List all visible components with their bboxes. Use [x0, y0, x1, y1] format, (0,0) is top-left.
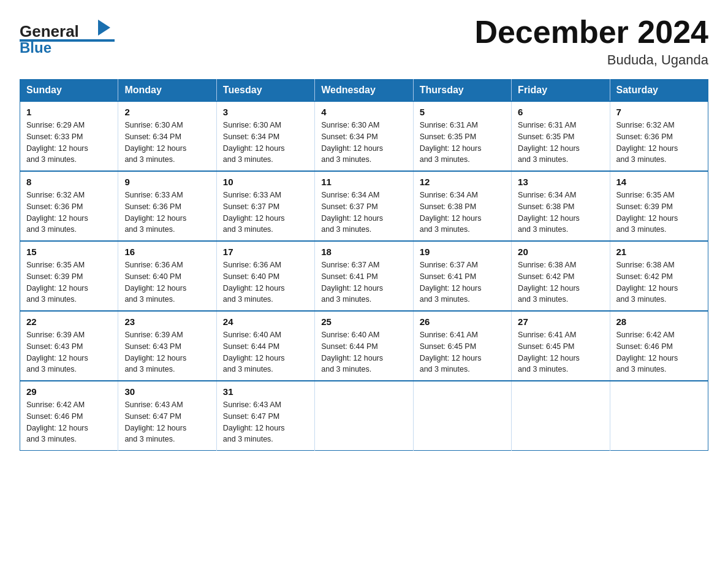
day-info: Sunrise: 6:31 AM Sunset: 6:35 PM Dayligh…: [420, 120, 505, 166]
day-info: Sunrise: 6:29 AM Sunset: 6:33 PM Dayligh…: [26, 120, 112, 166]
day-cell: 3 Sunrise: 6:30 AM Sunset: 6:34 PM Dayli…: [216, 101, 314, 171]
day-number: 7: [616, 107, 702, 117]
day-info: Sunrise: 6:39 AM Sunset: 6:43 PM Dayligh…: [124, 329, 210, 375]
day-cell: 28 Sunrise: 6:42 AM Sunset: 6:46 PM Dayl…: [610, 311, 708, 381]
day-cell: 12 Sunrise: 6:34 AM Sunset: 6:38 PM Dayl…: [413, 171, 511, 241]
day-number: 27: [518, 316, 603, 327]
day-number: 8: [26, 177, 112, 187]
day-info: Sunrise: 6:31 AM Sunset: 6:35 PM Dayligh…: [518, 120, 603, 166]
day-number: 23: [124, 316, 210, 327]
svg-marker-1: [98, 20, 110, 36]
day-info: Sunrise: 6:43 AM Sunset: 6:47 PM Dayligh…: [223, 399, 308, 445]
day-cell: 25 Sunrise: 6:40 AM Sunset: 6:44 PM Dayl…: [315, 311, 413, 381]
day-info: Sunrise: 6:42 AM Sunset: 6:46 PM Dayligh…: [616, 329, 702, 375]
day-number: 11: [321, 177, 406, 187]
day-number: 15: [26, 247, 112, 257]
day-cell: [512, 381, 610, 451]
day-number: 24: [223, 316, 308, 327]
day-info: Sunrise: 6:35 AM Sunset: 6:39 PM Dayligh…: [26, 259, 112, 305]
day-cell: 30 Sunrise: 6:43 AM Sunset: 6:47 PM Dayl…: [118, 381, 216, 451]
day-info: Sunrise: 6:30 AM Sunset: 6:34 PM Dayligh…: [124, 120, 210, 166]
calendar-header: Sunday Monday Tuesday Wednesday Thursday…: [20, 80, 708, 102]
day-number: 12: [420, 177, 505, 187]
day-number: 20: [518, 247, 603, 257]
header-monday: Monday: [118, 80, 216, 102]
day-cell: 27 Sunrise: 6:41 AM Sunset: 6:45 PM Dayl…: [512, 311, 610, 381]
day-number: 25: [321, 316, 406, 327]
day-number: 26: [420, 316, 505, 327]
day-number: 10: [223, 177, 308, 187]
day-cell: 10 Sunrise: 6:33 AM Sunset: 6:37 PM Dayl…: [216, 171, 314, 241]
header-tuesday: Tuesday: [216, 80, 314, 102]
weekday-header-row: Sunday Monday Tuesday Wednesday Thursday…: [20, 80, 708, 102]
day-number: 28: [616, 316, 702, 327]
day-info: Sunrise: 6:32 AM Sunset: 6:36 PM Dayligh…: [26, 190, 112, 236]
calendar-subtitle: Bududa, Uganda: [474, 52, 708, 68]
day-number: 9: [124, 177, 210, 187]
week-row-5: 29 Sunrise: 6:42 AM Sunset: 6:46 PM Dayl…: [20, 381, 708, 451]
header-saturday: Saturday: [610, 80, 708, 102]
day-number: 2: [124, 107, 210, 117]
day-info: Sunrise: 6:30 AM Sunset: 6:34 PM Dayligh…: [321, 120, 406, 166]
day-info: Sunrise: 6:38 AM Sunset: 6:42 PM Dayligh…: [518, 259, 603, 305]
header-sunday: Sunday: [20, 80, 118, 102]
day-number: 19: [420, 247, 505, 257]
header-friday: Friday: [512, 80, 610, 102]
day-cell: 2 Sunrise: 6:30 AM Sunset: 6:34 PM Dayli…: [118, 101, 216, 171]
calendar-table: Sunday Monday Tuesday Wednesday Thursday…: [20, 79, 708, 451]
day-info: Sunrise: 6:36 AM Sunset: 6:40 PM Dayligh…: [124, 259, 210, 305]
day-cell: 14 Sunrise: 6:35 AM Sunset: 6:39 PM Dayl…: [610, 171, 708, 241]
day-cell: 17 Sunrise: 6:36 AM Sunset: 6:40 PM Dayl…: [216, 241, 314, 311]
day-cell: 23 Sunrise: 6:39 AM Sunset: 6:43 PM Dayl…: [118, 311, 216, 381]
day-number: 17: [223, 247, 308, 257]
day-cell: 1 Sunrise: 6:29 AM Sunset: 6:33 PM Dayli…: [20, 101, 118, 171]
day-info: Sunrise: 6:39 AM Sunset: 6:43 PM Dayligh…: [26, 329, 112, 375]
day-info: Sunrise: 6:33 AM Sunset: 6:37 PM Dayligh…: [223, 190, 308, 236]
day-cell: 13 Sunrise: 6:34 AM Sunset: 6:38 PM Dayl…: [512, 171, 610, 241]
day-cell: 8 Sunrise: 6:32 AM Sunset: 6:36 PM Dayli…: [20, 171, 118, 241]
day-number: 22: [26, 316, 112, 327]
day-info: Sunrise: 6:40 AM Sunset: 6:44 PM Dayligh…: [321, 329, 406, 375]
day-info: Sunrise: 6:37 AM Sunset: 6:41 PM Dayligh…: [420, 259, 505, 305]
day-cell: 9 Sunrise: 6:33 AM Sunset: 6:36 PM Dayli…: [118, 171, 216, 241]
day-cell: 19 Sunrise: 6:37 AM Sunset: 6:41 PM Dayl…: [413, 241, 511, 311]
title-block: December 2024 Bududa, Uganda: [474, 15, 708, 68]
day-number: 29: [26, 386, 112, 397]
day-cell: 22 Sunrise: 6:39 AM Sunset: 6:43 PM Dayl…: [20, 311, 118, 381]
day-cell: 18 Sunrise: 6:37 AM Sunset: 6:41 PM Dayl…: [315, 241, 413, 311]
day-cell: 6 Sunrise: 6:31 AM Sunset: 6:35 PM Dayli…: [512, 101, 610, 171]
day-cell: [610, 381, 708, 451]
day-number: 5: [420, 107, 505, 117]
day-number: 3: [223, 107, 308, 117]
day-info: Sunrise: 6:30 AM Sunset: 6:34 PM Dayligh…: [223, 120, 308, 166]
day-info: Sunrise: 6:40 AM Sunset: 6:44 PM Dayligh…: [223, 329, 308, 375]
week-row-2: 8 Sunrise: 6:32 AM Sunset: 6:36 PM Dayli…: [20, 171, 708, 241]
day-cell: 20 Sunrise: 6:38 AM Sunset: 6:42 PM Dayl…: [512, 241, 610, 311]
page-header: General Blue December 2024 Bududa, Ugand…: [20, 15, 708, 68]
week-row-4: 22 Sunrise: 6:39 AM Sunset: 6:43 PM Dayl…: [20, 311, 708, 381]
day-cell: 15 Sunrise: 6:35 AM Sunset: 6:39 PM Dayl…: [20, 241, 118, 311]
svg-text:General: General: [20, 22, 79, 40]
day-number: 31: [223, 386, 308, 397]
day-cell: 29 Sunrise: 6:42 AM Sunset: 6:46 PM Dayl…: [20, 381, 118, 451]
day-info: Sunrise: 6:41 AM Sunset: 6:45 PM Dayligh…: [420, 329, 505, 375]
week-row-3: 15 Sunrise: 6:35 AM Sunset: 6:39 PM Dayl…: [20, 241, 708, 311]
logo: General Blue: [20, 15, 118, 58]
day-number: 18: [321, 247, 406, 257]
header-wednesday: Wednesday: [315, 80, 413, 102]
calendar-title: December 2024: [474, 15, 708, 50]
day-info: Sunrise: 6:43 AM Sunset: 6:47 PM Dayligh…: [124, 399, 210, 445]
header-thursday: Thursday: [413, 80, 511, 102]
day-info: Sunrise: 6:34 AM Sunset: 6:38 PM Dayligh…: [420, 190, 505, 236]
day-info: Sunrise: 6:35 AM Sunset: 6:39 PM Dayligh…: [616, 190, 702, 236]
day-number: 1: [26, 107, 112, 117]
day-info: Sunrise: 6:41 AM Sunset: 6:45 PM Dayligh…: [518, 329, 603, 375]
day-info: Sunrise: 6:34 AM Sunset: 6:37 PM Dayligh…: [321, 190, 406, 236]
day-cell: [413, 381, 511, 451]
day-cell: 26 Sunrise: 6:41 AM Sunset: 6:45 PM Dayl…: [413, 311, 511, 381]
day-cell: 16 Sunrise: 6:36 AM Sunset: 6:40 PM Dayl…: [118, 241, 216, 311]
day-number: 16: [124, 247, 210, 257]
day-cell: 11 Sunrise: 6:34 AM Sunset: 6:37 PM Dayl…: [315, 171, 413, 241]
day-number: 4: [321, 107, 406, 117]
day-number: 14: [616, 177, 702, 187]
